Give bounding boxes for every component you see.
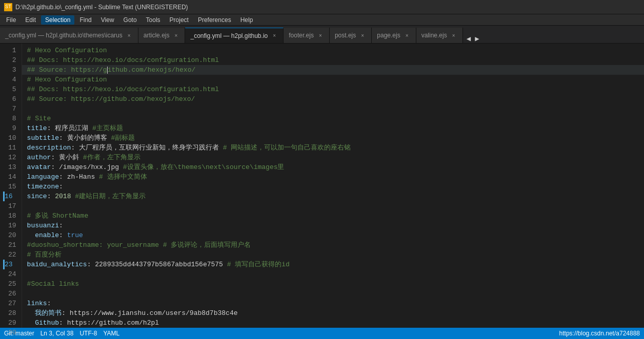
- app-icon: ST: [4, 3, 12, 11]
- line-num-23: 23: [3, 260, 16, 269]
- menu-item-project[interactable]: Project: [166, 15, 193, 25]
- tab-close-btn[interactable]: ×: [271, 32, 278, 39]
- status-right: https://blog.csdn.net/a724888: [559, 330, 640, 337]
- menu-item-preferences[interactable]: Preferences: [194, 15, 235, 25]
- code-token: ## Docs: https://hexo.io/docs/configurat…: [27, 86, 219, 93]
- code-token: #Social links: [27, 280, 79, 288]
- status-bar: Git: masterLn 3, Col 38UTF-8YAML https:/…: [0, 328, 644, 339]
- code-token: :: [51, 154, 59, 161]
- code-line-6: ## Source: https://github.com/hexojs/hex…: [22, 94, 644, 104]
- code-token: 黄小斜的博客: [67, 134, 111, 142]
- code-line-4: # Hexo Configuration: [22, 75, 644, 84]
- line-num-12: 12: [3, 153, 16, 162]
- line-num-2: 2: [3, 55, 16, 65]
- code-token: 2289335dd443797b5867abbd156e7575: [95, 261, 227, 268]
- tab-close-btn[interactable]: ×: [359, 32, 366, 39]
- code-line-11: description: 大厂程序员，互联网行业新知，终身学习践行者 # 网站描…: [22, 143, 644, 153]
- code-token: #建站日期，左下角显示: [75, 193, 146, 200]
- code-line-29: Github: https://github.com/h2pl: [22, 318, 644, 328]
- code-line-14: language: zh-Hans # 选择中文简体: [22, 172, 644, 182]
- code-token: :: [59, 183, 63, 190]
- tab-bar: _config.yml — h2pl.github.io\themes\icar…: [0, 26, 644, 44]
- code-token: :: [59, 134, 67, 142]
- code-token: :: [62, 309, 70, 317]
- code-line-9: title: 程序员江湖 #主页标题: [22, 123, 644, 133]
- code-token: [27, 231, 35, 239]
- code-token: # Hexo Configuration: [27, 47, 107, 54]
- code-token: :: [71, 144, 79, 152]
- tab-prev-arrow[interactable]: ◀: [465, 34, 472, 43]
- line-num-18: 18: [3, 211, 16, 221]
- tab-tab7[interactable]: valine.ejs×: [416, 28, 463, 43]
- code-line-17: [22, 201, 644, 211]
- code-line-18: # 多说 ShortName: [22, 211, 644, 221]
- code-token: https://www.jianshu.com/users/9ab8d7b38c…: [70, 309, 238, 317]
- status-url: https://blog.csdn.net/a724888: [559, 330, 640, 337]
- tab-tab1[interactable]: _config.yml — h2pl.github.io\themes\icar…: [0, 28, 138, 43]
- menu-item-help[interactable]: Help: [236, 15, 257, 25]
- code-token: # Site: [27, 115, 51, 122]
- code-token: ## Docs: https://hexo.io/docs/configurat…: [27, 56, 219, 64]
- code-token: #duoshuo_shortname: your_username # 多说评论…: [27, 241, 251, 249]
- code-token: :: [47, 300, 51, 307]
- tab-close-btn[interactable]: ×: [450, 32, 457, 39]
- code-line-21: #duoshuo_shortname: your_username # 多说评论…: [22, 240, 644, 250]
- menu-item-selection[interactable]: Selection: [41, 15, 74, 25]
- line-num-13: 13: [3, 162, 16, 172]
- menu-item-tools[interactable]: Tools: [142, 15, 165, 25]
- code-token: title: [27, 124, 47, 132]
- code-line-19: busuanzi:: [22, 221, 644, 230]
- code-token: :: [59, 222, 63, 229]
- code-line-15: timezone:: [22, 182, 644, 192]
- code-line-2: ## Docs: https://hexo.io/docs/configurat…: [22, 55, 644, 65]
- code-token: true: [67, 231, 83, 239]
- menu-item-goto[interactable]: Goto: [119, 15, 141, 25]
- line-num-17: 17: [3, 201, 16, 211]
- tab-close-btn[interactable]: ×: [172, 32, 179, 39]
- menu-item-edit[interactable]: Edit: [21, 15, 40, 25]
- code-token: #作者，左下角显示: [83, 154, 140, 161]
- code-token: 我的简书: [35, 309, 62, 317]
- tab-tab5[interactable]: post.ejs×: [330, 28, 372, 43]
- menu-item-find[interactable]: Find: [75, 15, 95, 25]
- tab-label: article.ejs: [144, 32, 170, 39]
- line-num-1: 1: [3, 46, 16, 55]
- code-area[interactable]: # Hexo Configuration## Docs: https://hex…: [22, 44, 644, 328]
- tab-close-btn[interactable]: ×: [126, 32, 133, 39]
- line-num-22: 22: [3, 250, 16, 260]
- tab-tab2[interactable]: article.ejs×: [138, 28, 186, 43]
- tab-tab6[interactable]: page.ejs×: [372, 28, 416, 43]
- tab-tab4[interactable]: footer.ejs×: [284, 28, 330, 43]
- tab-label: _config.yml — h2pl.github.io: [190, 32, 268, 39]
- code-token: # 填写自己获得的id: [227, 261, 290, 268]
- code-line-20: enable: true: [22, 230, 644, 240]
- line-num-16: 16: [3, 192, 16, 201]
- line-num-8: 8: [3, 114, 16, 123]
- tab-close-btn[interactable]: ×: [317, 32, 324, 39]
- line-num-14: 14: [3, 172, 16, 182]
- code-line-24: [22, 269, 644, 279]
- code-line-22: # 百度分析: [22, 250, 644, 260]
- code-token: busuanzi: [27, 222, 59, 229]
- tab-nav: ◀ ▶: [463, 34, 483, 43]
- code-token: :: [87, 261, 95, 268]
- line-num-29: 29: [3, 318, 16, 328]
- menu-item-view[interactable]: View: [97, 15, 118, 25]
- code-token: enable: [35, 231, 59, 239]
- menu-item-file[interactable]: File: [2, 15, 20, 25]
- code-token: # Hexo Configuration: [27, 76, 107, 83]
- code-token: :: [59, 319, 67, 327]
- code-token: subtitle: [27, 134, 59, 142]
- menu-bar: FileEditSelectionFindViewGotoToolsProjec…: [0, 14, 644, 26]
- code-token: # 百度分析: [27, 251, 62, 259]
- code-token: /images/hxx.jpg: [59, 163, 123, 171]
- code-token: timezone: [27, 183, 59, 190]
- tab-next-arrow[interactable]: ▶: [473, 34, 480, 43]
- tab-label: footer.ejs: [289, 32, 314, 39]
- line-num-28: 28: [3, 308, 16, 318]
- code-token: ithub.com/hexojs/hexo/: [108, 66, 196, 74]
- title-bar: ST D:\h2pl.github.io\_config.yml - Subli…: [0, 0, 644, 14]
- line-num-7: 7: [3, 104, 16, 114]
- tab-tab3[interactable]: _config.yml — h2pl.github.io×: [185, 28, 284, 43]
- tab-close-btn[interactable]: ×: [404, 32, 411, 39]
